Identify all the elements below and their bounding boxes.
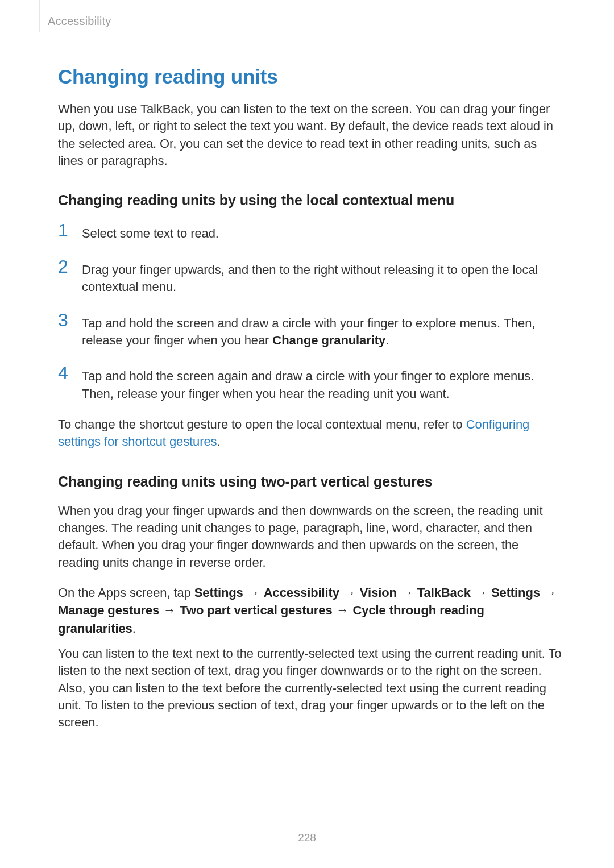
page-root: Accessibility Changing reading units Whe… <box>0 0 614 868</box>
settings-path: On the Apps screen, tap Settings → Acces… <box>58 584 563 637</box>
subheading-local-contextual: Changing reading units by using the loca… <box>58 192 563 209</box>
step-text: Tap and hold the screen again and draw a… <box>82 364 563 402</box>
step-item: 1 Select some text to read. <box>58 221 563 242</box>
path-segment: Settings <box>194 585 243 600</box>
arrow-icon: → <box>474 584 488 601</box>
page-number: 228 <box>0 832 614 844</box>
step-item: 2 Drag your finger upwards, and then to … <box>58 258 563 296</box>
step-number: 1 <box>58 221 72 242</box>
note-post: . <box>217 434 220 448</box>
path-segment: Accessibility <box>264 585 339 600</box>
arrow-icon: → <box>400 584 414 601</box>
two-part-paragraph-2: You can listen to the text next to the c… <box>58 645 563 732</box>
subheading-two-part-gestures: Changing reading units using two-part ve… <box>58 474 563 490</box>
arrow-icon: → <box>336 601 350 619</box>
arrow-icon: → <box>163 601 176 619</box>
step-text: Select some text to read. <box>82 221 219 242</box>
step-text-post: . <box>385 333 389 347</box>
path-segment: Two part vertical gestures <box>180 603 332 617</box>
path-lead: On the Apps screen, tap <box>58 585 194 600</box>
steps-list: 1 Select some text to read. 2 Drag your … <box>58 221 563 402</box>
path-segment: TalkBack <box>417 585 471 600</box>
path-segment: Vision <box>360 585 397 600</box>
step-number: 4 <box>58 364 72 402</box>
path-end: . <box>132 621 136 636</box>
step-text-bold: Change granularity <box>272 333 385 347</box>
header-rule <box>39 0 40 32</box>
two-part-paragraph-1: When you drag your finger upwards and th… <box>58 502 563 571</box>
page-title: Changing reading units <box>58 65 563 88</box>
note-paragraph: To change the shortcut gesture to open t… <box>58 416 563 451</box>
arrow-icon: → <box>247 584 260 601</box>
arrow-icon: → <box>343 584 356 601</box>
step-item: 3 Tap and hold the screen and draw a cir… <box>58 311 563 350</box>
step-item: 4 Tap and hold the screen again and draw… <box>58 364 563 402</box>
path-segment: Manage gestures <box>58 603 159 617</box>
path-segment: Settings <box>491 585 540 600</box>
step-text: Tap and hold the screen and draw a circl… <box>82 311 563 350</box>
intro-paragraph: When you use TalkBack, you can listen to… <box>58 101 563 169</box>
step-text: Drag your finger upwards, and then to th… <box>82 258 563 296</box>
section-header: Accessibility <box>48 15 563 28</box>
arrow-icon: → <box>544 584 557 601</box>
note-pre: To change the shortcut gesture to open t… <box>58 417 466 431</box>
step-number: 3 <box>58 311 72 350</box>
step-number: 2 <box>58 258 72 296</box>
